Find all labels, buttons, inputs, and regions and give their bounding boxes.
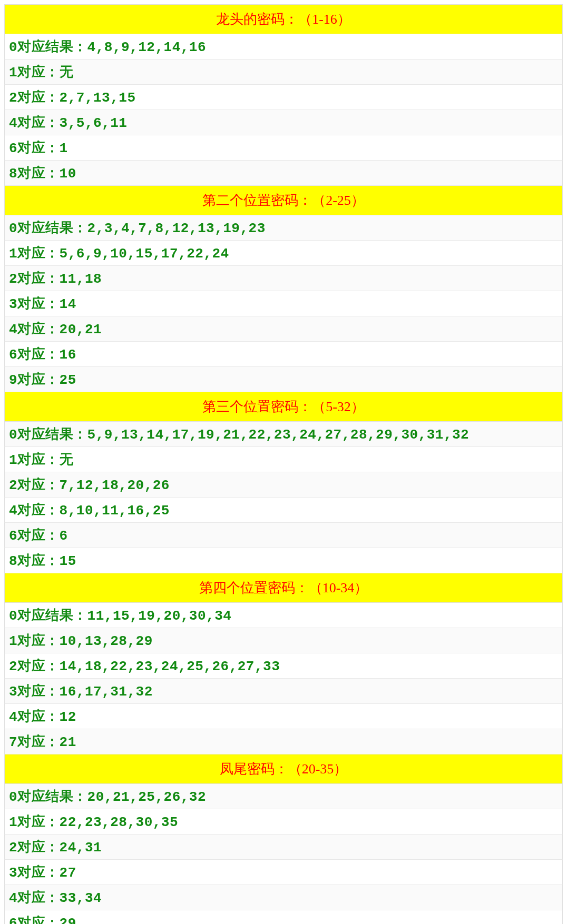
table-row: 1对应：无 xyxy=(4,59,563,85)
table-row: 8对应：10 xyxy=(4,161,563,186)
table-row: 0对应结果：5,9,13,14,17,19,21,22,23,24,27,28,… xyxy=(4,422,563,447)
table-row: 3对应：27 xyxy=(4,860,563,885)
table-row: 0对应结果：20,21,25,26,32 xyxy=(4,784,563,809)
data-table: 龙头的密码：（1-16）0对应结果：4,8,9,12,14,161对应：无2对应… xyxy=(4,4,563,924)
section-header: 第二个位置密码：（2-25） xyxy=(4,186,563,215)
table-row: 9对应：25 xyxy=(4,367,563,392)
table-row: 2对应：14,18,22,23,24,25,26,27,33 xyxy=(4,653,563,679)
table-row: 1对应：22,23,28,30,35 xyxy=(4,809,563,834)
table-row: 4对应：8,10,11,16,25 xyxy=(4,498,563,523)
table-row: 4对应：12 xyxy=(4,704,563,729)
table-row: 4对应：33,34 xyxy=(4,885,563,910)
table-row: 2对应：11,18 xyxy=(4,266,563,291)
table-row: 8对应：15 xyxy=(4,548,563,573)
table-row: 2对应：2,7,13,15 xyxy=(4,85,563,110)
table-row: 1对应：5,6,9,10,15,17,22,24 xyxy=(4,241,563,266)
section-header: 第四个位置密码：（10-34） xyxy=(4,573,563,603)
table-row: 1对应：10,13,28,29 xyxy=(4,628,563,653)
main-container: 龙头的密码：（1-16）0对应结果：4,8,9,12,14,161对应：无2对应… xyxy=(0,0,567,924)
table-row: 1对应：无 xyxy=(4,447,563,472)
table-row: 6对应：16 xyxy=(4,342,563,367)
table-row: 0对应结果：4,8,9,12,14,16 xyxy=(4,34,563,59)
section-header: 第三个位置密码：（5-32） xyxy=(4,392,563,422)
table-row: 0对应结果：2,3,4,7,8,12,13,19,23 xyxy=(4,215,563,241)
table-row: 3对应：16,17,31,32 xyxy=(4,679,563,704)
section-header: 龙头的密码：（1-16） xyxy=(4,4,563,34)
table-row: 4对应：20,21 xyxy=(4,316,563,342)
table-row: 2对应：7,12,18,20,26 xyxy=(4,472,563,498)
table-row: 7对应：21 xyxy=(4,729,563,754)
table-row: 2对应：24,31 xyxy=(4,834,563,860)
table-row: 6对应：29 xyxy=(4,910,563,924)
section-header: 凤尾密码：（20-35） xyxy=(4,754,563,784)
table-row: 6对应：6 xyxy=(4,523,563,548)
table-row: 3对应：14 xyxy=(4,291,563,316)
table-row: 0对应结果：11,15,19,20,30,34 xyxy=(4,603,563,628)
table-row: 6对应：1 xyxy=(4,135,563,161)
table-row: 4对应：3,5,6,11 xyxy=(4,110,563,135)
